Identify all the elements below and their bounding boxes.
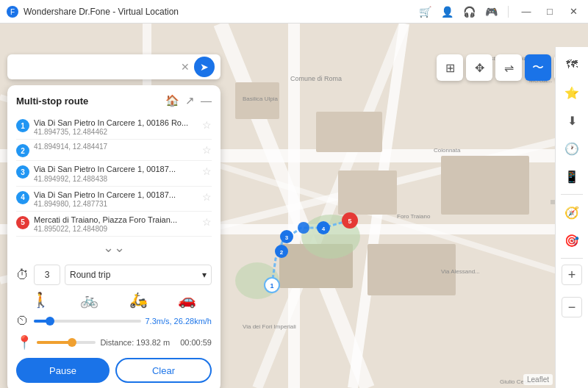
svg-rect-15 bbox=[441, 156, 529, 215]
trip-mode-label: Round trip bbox=[70, 270, 110, 280]
stop-info-3: Via Di San Pietro In Carcere 1, 00187...… bbox=[34, 164, 198, 182]
panel-export-icon[interactable]: ↗ bbox=[185, 94, 195, 107]
elapsed-time: 00:00:59 bbox=[180, 338, 212, 347]
chevron-down-icon: ▾ bbox=[202, 270, 207, 280]
map-area[interactable]: Comune di Roma Basilica Ulpia Colonnata … bbox=[0, 24, 588, 388]
close-button[interactable]: ✕ bbox=[564, 3, 582, 21]
cart-icon[interactable]: 🛒 bbox=[417, 4, 433, 20]
stop-address-5: Mercati di Traiano, Piazza Foro Traian..… bbox=[34, 215, 198, 225]
user-icon[interactable]: 👤 bbox=[439, 4, 455, 20]
walk-icon[interactable]: 🚶 bbox=[32, 291, 50, 309]
stop-star-5[interactable]: ☆ bbox=[202, 216, 212, 228]
stop-coords-3: 41.894992, 12.488438 bbox=[34, 175, 198, 183]
speed-row: ⏲ 7.3m/s, 26.28km/h bbox=[16, 313, 212, 328]
speed-label: 7.3m/s, 26.28km/h bbox=[146, 317, 212, 326]
trip-row: ⏱ 3 Round trip ▾ bbox=[16, 265, 212, 285]
distance-slider[interactable] bbox=[37, 335, 96, 350]
multi-stop-panel: Multi-stop route 🏠 ↗ — 1 Via Di San Piet… bbox=[7, 85, 220, 388]
stop-coords-1: 41.894735, 12.484462 bbox=[34, 128, 198, 136]
distance-thumb[interactable] bbox=[68, 338, 76, 347]
stop-item: 3 Via Di San Pietro In Carcere 1, 00187.… bbox=[16, 161, 212, 186]
leaflet-watermark: Leaflet bbox=[523, 374, 553, 385]
distance-value: 193.82 m bbox=[136, 338, 170, 347]
search-go-button[interactable]: ➤ bbox=[194, 57, 215, 77]
pause-button[interactable]: Pause bbox=[16, 358, 110, 383]
timer-icon: ⏱ bbox=[16, 267, 29, 283]
zoom-out-button[interactable]: − bbox=[562, 297, 582, 317]
stop-star-3[interactable]: ☆ bbox=[202, 165, 212, 177]
trip-mode-select[interactable]: Round trip ▾ bbox=[65, 265, 212, 285]
stop-item: 2 41.894914, 12.484417 ☆ bbox=[16, 140, 212, 161]
gamepad-icon[interactable]: 🎮 bbox=[483, 4, 499, 20]
sidebar-separator-2 bbox=[561, 258, 583, 259]
speed-slider[interactable] bbox=[34, 314, 141, 328]
star-icon[interactable]: ⭐ bbox=[560, 81, 584, 104]
titlebar-icons: 🛒 👤 🎧 🎮 — □ ✕ bbox=[417, 3, 582, 21]
sidebar-separator bbox=[561, 194, 583, 195]
svg-text:Via Alessand...: Via Alessand... bbox=[441, 268, 480, 275]
headset-icon[interactable]: 🎧 bbox=[461, 4, 477, 20]
svg-text:Basilica Ulpia: Basilica Ulpia bbox=[243, 96, 279, 102]
move-tool-button[interactable]: ✥ bbox=[466, 54, 492, 81]
stop-star-1[interactable]: ☆ bbox=[202, 119, 212, 131]
action-buttons-row: Pause Clear bbox=[16, 358, 212, 383]
titlebar: F Wondershare Dr.Fone - Virtual Location… bbox=[0, 0, 588, 24]
scooter-icon[interactable]: 🛵 bbox=[129, 291, 148, 309]
phone-icon[interactable]: 📱 bbox=[560, 165, 584, 188]
search-bar: Rome, Roma Capitale, Lazio, Italy ✕ ➤ bbox=[7, 54, 220, 79]
speed-icons-row: 🚶 🚲 🛵 🚗 bbox=[16, 291, 212, 309]
target-icon[interactable]: 🎯 bbox=[560, 229, 584, 252]
speedometer-icon: ⏲ bbox=[16, 313, 29, 328]
location-pin-icon: 📍 bbox=[16, 334, 32, 351]
stop-item: 1 Via Di San Pietro In Carcere 1, 00186 … bbox=[16, 115, 212, 140]
stop-coords-2: 41.894914, 12.484417 bbox=[34, 143, 198, 151]
path-tool-button[interactable]: 〜 bbox=[525, 54, 551, 81]
route-tool-button[interactable]: ⇌ bbox=[495, 54, 522, 81]
stop-star-2[interactable]: ☆ bbox=[202, 144, 212, 156]
right-sidebar: 🗺 ⭐ ⬇ 🕐 📱 🧭 🎯 + − bbox=[555, 47, 588, 388]
speed-thumb[interactable] bbox=[46, 317, 54, 326]
svg-text:Via dei Fori Imperiali: Via dei Fori Imperiali bbox=[243, 323, 296, 330]
grid-tool-button[interactable]: ⊞ bbox=[437, 54, 463, 81]
svg-rect-14 bbox=[316, 112, 382, 152]
maps-icon[interactable]: 🗺 bbox=[560, 53, 584, 76]
clock-icon[interactable]: 🕐 bbox=[560, 137, 584, 160]
panel-save-icon[interactable]: 🏠 bbox=[165, 94, 179, 107]
distance-track bbox=[37, 341, 96, 344]
stop-info-1: Via Di San Pietro In Carcere 1, 00186 Ro… bbox=[34, 118, 198, 136]
stop-number-3: 3 bbox=[16, 165, 29, 179]
car-icon[interactable]: 🚗 bbox=[178, 291, 196, 309]
svg-text:Comune di Roma: Comune di Roma bbox=[290, 75, 342, 82]
svg-text:Colonnata: Colonnata bbox=[434, 147, 461, 154]
maximize-button[interactable]: □ bbox=[541, 3, 559, 21]
svg-rect-17 bbox=[338, 170, 397, 215]
minimize-button[interactable]: — bbox=[517, 3, 535, 21]
stop-number-4: 4 bbox=[16, 191, 29, 204]
expand-button[interactable]: ⌄⌄ bbox=[16, 237, 212, 259]
stop-number-5: 5 bbox=[16, 216, 29, 229]
svg-text:F: F bbox=[10, 8, 15, 16]
svg-text:5: 5 bbox=[348, 218, 351, 225]
zoom-in-button[interactable]: + bbox=[562, 265, 582, 285]
stop-number-2: 2 bbox=[16, 144, 29, 157]
svg-text:3: 3 bbox=[285, 234, 289, 241]
panel-collapse-icon[interactable]: — bbox=[201, 94, 212, 107]
bike-icon[interactable]: 🚲 bbox=[80, 291, 98, 309]
clear-button[interactable]: Clear bbox=[115, 358, 212, 383]
stop-item: 5 Mercati di Traiano, Piazza Foro Traian… bbox=[16, 212, 212, 237]
trip-count-display: 3 bbox=[34, 265, 60, 285]
compass-icon[interactable]: 🧭 bbox=[560, 201, 584, 224]
svg-text:2: 2 bbox=[280, 249, 284, 256]
search-input[interactable]: Rome, Roma Capitale, Lazio, Italy bbox=[13, 62, 176, 72]
download-icon[interactable]: ⬇ bbox=[560, 109, 584, 132]
svg-text:Foro Traiano: Foro Traiano bbox=[397, 213, 431, 220]
search-clear-icon[interactable]: ✕ bbox=[181, 61, 190, 73]
stop-star-4[interactable]: ☆ bbox=[202, 191, 212, 203]
svg-text:4: 4 bbox=[322, 226, 326, 232]
window-title: Wondershare Dr.Fone - Virtual Location bbox=[24, 7, 417, 17]
distance-row: 📍 Distance: 193.82 m 00:00:59 bbox=[16, 334, 212, 351]
svg-text:1: 1 bbox=[270, 282, 273, 290]
panel-action-icons: 🏠 ↗ — bbox=[165, 94, 212, 107]
stop-number-1: 1 bbox=[16, 119, 29, 132]
stop-coords-4: 41.894980, 12.487731 bbox=[34, 200, 198, 208]
